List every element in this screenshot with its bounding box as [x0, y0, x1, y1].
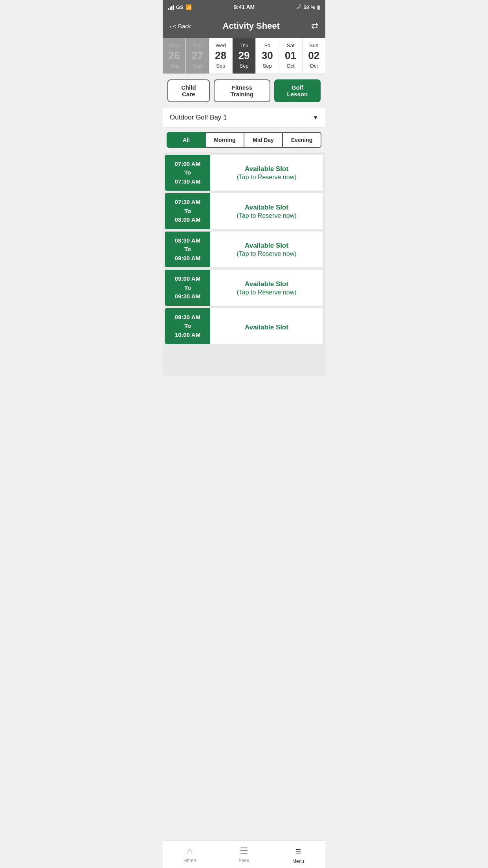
venue-dropdown[interactable]: Outdoor Golf Bay 1 ▼	[163, 108, 325, 127]
day-month: Oct	[310, 63, 318, 69]
page-title: Activity Sheet	[191, 21, 311, 31]
day-name: Tue	[193, 42, 202, 48]
slot-row[interactable]: 09:30 AMTo10:00 AM Available Slot (Tap t…	[165, 308, 323, 344]
status-bar: GS 📶 9:41 AM ☄ 58 % ▮	[163, 0, 325, 14]
slot-info: Available Slot (Tap to Reserve now)	[210, 232, 323, 268]
filter-btn-evening[interactable]: Evening	[283, 132, 321, 148]
cat-btn-child-care[interactable]: Child Care	[167, 79, 210, 102]
slot-tap-label: (Tap to Reserve now)	[237, 212, 296, 219]
day-name: Wed	[215, 42, 226, 48]
back-button[interactable]: ‹ < Back	[170, 23, 191, 29]
filter-btn-all[interactable]: All	[167, 132, 206, 148]
venue-arrow-icon: ▼	[313, 114, 318, 121]
category-bar: Child CareFitness TrainingGolf Lesson	[163, 74, 325, 108]
back-label[interactable]: < Back	[173, 23, 191, 29]
calendar-day-wed[interactable]: Wed 28 Sep	[209, 38, 233, 74]
calendar-day-fri[interactable]: Fri 30 Sep	[256, 38, 279, 74]
filter-bar: AllMorningMid DayEvening	[163, 127, 325, 153]
header: ‹ < Back Activity Sheet ⇄	[163, 14, 325, 38]
swap-icon[interactable]: ⇄	[311, 21, 318, 31]
slot-row[interactable]: 07:30 AMTo08:00 AM Available Slot (Tap t…	[165, 193, 323, 229]
day-number: 27	[192, 50, 203, 61]
calendar-day-thu[interactable]: Thu 29 Sep	[233, 38, 256, 74]
status-right: ☄ 58 % ▮	[297, 4, 320, 10]
slots-container: 07:00 AMTo07:30 AM Available Slot (Tap t…	[163, 153, 325, 376]
status-left: GS 📶	[168, 4, 192, 10]
carrier-label: GS	[176, 4, 183, 10]
day-month: Sep	[193, 63, 202, 69]
calendar-strip: Mon 26 Sep Tue 27 Sep Wed 28 Sep Thu 29 …	[163, 38, 325, 74]
day-month: Sep	[216, 63, 225, 69]
day-number: 01	[285, 50, 296, 61]
calendar-day-sat[interactable]: Sat 01 Oct	[279, 38, 302, 74]
slot-time: 07:30 AMTo08:00 AM	[165, 193, 210, 229]
cat-btn-golf-lesson[interactable]: Golf Lesson	[274, 79, 321, 102]
day-month: Sep	[239, 63, 248, 69]
day-number: 29	[238, 50, 250, 61]
slot-info: Available Slot (Tap to Reserve now)	[210, 270, 323, 306]
day-number: 02	[308, 50, 319, 61]
battery-label: 58 %	[303, 4, 315, 10]
day-name: Thu	[240, 42, 248, 48]
calendar-day-tue[interactable]: Tue 27 Sep	[186, 38, 209, 74]
cat-btn-fitness-training[interactable]: Fitness Training	[214, 79, 270, 102]
venue-label: Outdoor Golf Bay 1	[170, 114, 227, 121]
slot-row[interactable]: 08:30 AMTo09:00 AM Available Slot (Tap t…	[165, 232, 323, 268]
slot-info: Available Slot (Tap to Reserve now)	[210, 193, 323, 229]
day-name: Mon	[169, 42, 179, 48]
slot-tap-label: (Tap to Reserve now)	[237, 174, 296, 181]
slot-tap-label: (Tap to Reserve now)	[237, 289, 296, 296]
slot-info: Available Slot (Tap to Reserve now)	[210, 155, 323, 191]
day-month: Sep	[263, 63, 272, 69]
slot-tap-label: (Tap to Reserve now)	[237, 250, 296, 257]
slot-available-label: Available Slot	[245, 241, 288, 250]
slot-info: Available Slot (Tap to Reserve now)	[210, 308, 323, 344]
wifi-icon: 📶	[185, 4, 192, 10]
day-name: Sun	[309, 42, 318, 48]
day-month: Sep	[170, 63, 179, 69]
slot-available-label: Available Slot	[245, 320, 288, 332]
day-name: Sat	[287, 42, 295, 48]
day-number: 28	[215, 50, 226, 61]
day-number: 26	[169, 50, 180, 61]
day-month: Oct	[286, 63, 294, 69]
battery-icon: ▮	[317, 4, 320, 10]
slot-time: 09:30 AMTo10:00 AM	[165, 308, 210, 344]
calendar-day-mon[interactable]: Mon 26 Sep	[163, 38, 186, 74]
slot-time: 08:30 AMTo09:00 AM	[165, 232, 210, 268]
filter-btn-midday[interactable]: Mid Day	[244, 132, 283, 148]
slot-time: 07:00 AMTo07:30 AM	[165, 155, 210, 191]
slot-time: 09:00 AMTo09:30 AM	[165, 270, 210, 306]
calendar-day-sun[interactable]: Sun 02 Oct	[303, 38, 325, 74]
filter-btn-morning[interactable]: Morning	[206, 132, 244, 148]
day-name: Fri	[264, 42, 270, 48]
slot-available-label: Available Slot	[245, 164, 288, 174]
signal-icon	[168, 4, 174, 10]
slot-row[interactable]: 09:00 AMTo09:30 AM Available Slot (Tap t…	[165, 270, 323, 306]
bluetooth-icon: ☄	[297, 4, 301, 10]
status-time: 9:41 AM	[234, 4, 255, 10]
slot-available-label: Available Slot	[245, 203, 288, 212]
back-chevron-icon: ‹	[170, 23, 172, 29]
slot-available-label: Available Slot	[245, 280, 288, 289]
day-number: 30	[262, 50, 273, 61]
slot-row[interactable]: 07:00 AMTo07:30 AM Available Slot (Tap t…	[165, 155, 323, 191]
